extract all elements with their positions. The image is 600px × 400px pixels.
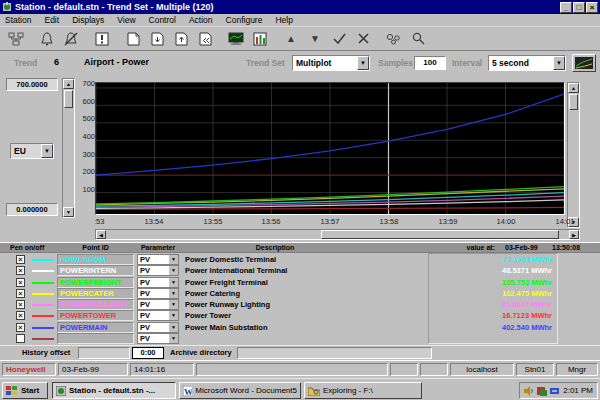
message-summary-icon[interactable] (90, 29, 114, 49)
close-button[interactable]: × (586, 2, 598, 13)
page-up-icon[interactable] (169, 29, 193, 49)
pen-checkbox[interactable]: ✕ (16, 300, 25, 309)
alarm-annunciator-icon[interactable] (35, 29, 59, 49)
parameter-select[interactable]: PV▼ (137, 322, 179, 333)
system-tray: 2:01 PM (519, 382, 598, 399)
point-id-field[interactable]: POWERFREIGHT (57, 277, 134, 288)
interval-value: 5 second (489, 58, 553, 68)
chevron-down-icon[interactable]: ▼ (169, 300, 178, 309)
restore-button[interactable]: □ (573, 2, 585, 13)
parameter-select[interactable]: PV▼ (137, 277, 179, 288)
point-id-field[interactable]: POWERRUNLIGHT (57, 299, 134, 310)
history-row: History offset 0:00 Archive directory (0, 345, 600, 359)
chevron-down-icon[interactable]: ▼ (357, 56, 369, 70)
archive-directory-input[interactable] (237, 347, 432, 359)
parameter-select[interactable]: PV▼ (137, 333, 179, 344)
page-down-icon[interactable] (145, 29, 169, 49)
taskbar-task-word[interactable]: W Microsoft Word - Document5 (179, 382, 301, 399)
alarm-disable-icon[interactable] (59, 29, 83, 49)
trend-icon[interactable] (248, 29, 272, 49)
history-offset-input[interactable] (78, 347, 130, 359)
archive-directory-label: Archive directory (170, 348, 232, 357)
page-blank-icon[interactable] (121, 29, 145, 49)
samples-input[interactable]: 100 (414, 56, 446, 70)
tray-network-icon[interactable] (550, 386, 560, 396)
point-id-field[interactable] (57, 333, 134, 344)
chevron-down-icon[interactable]: ▼ (169, 266, 178, 275)
taskbar-task-station[interactable]: Station - default.stn -... (52, 382, 176, 399)
chevron-down-icon[interactable]: ▼ (41, 144, 53, 158)
accept-icon[interactable] (327, 29, 351, 49)
interval-select[interactable]: 5 second ▼ (488, 55, 566, 71)
pen-checkbox[interactable]: ✕ (16, 289, 25, 298)
parameter-select[interactable]: PV▼ (137, 265, 179, 276)
menu-station[interactable]: Station (5, 15, 31, 25)
taskbar-task-explorer[interactable]: Exploring - F:\ (304, 382, 422, 399)
scrollbar-thumb[interactable] (569, 94, 578, 110)
chevron-down-icon[interactable]: ▼ (169, 255, 178, 264)
chevron-down-icon[interactable]: ▼ (169, 311, 178, 320)
page-repeat-icon[interactable] (193, 29, 217, 49)
plot-hscrollbar[interactable]: ◀ ▶ (95, 229, 580, 240)
scrollbar-thumb[interactable] (64, 90, 73, 108)
station-tree-icon[interactable] (4, 29, 28, 49)
chevron-down-icon[interactable]: ▼ (169, 289, 178, 298)
point-id-field[interactable]: POWERTOWER (57, 310, 134, 321)
pen-checkbox[interactable]: ✕ (16, 255, 25, 264)
menu-edit[interactable]: Edit (44, 15, 59, 25)
menu-control[interactable]: Control (149, 15, 176, 25)
station-application: Station - default.stn - Trend Set - Mult… (0, 0, 600, 400)
tray-status-icon[interactable] (537, 386, 547, 396)
minimize-button[interactable]: _ (560, 2, 572, 13)
trend-set-select[interactable]: Multiplot ▼ (292, 55, 370, 71)
pen-checkbox[interactable]: ✕ (16, 278, 25, 287)
chevron-down-icon[interactable]: ▼ (553, 56, 565, 70)
trend-plot[interactable] (95, 82, 565, 215)
y-tick: 200 (73, 167, 95, 176)
menu-configure[interactable]: Configure (226, 15, 263, 25)
lower-icon[interactable]: ▼ (303, 29, 327, 49)
pen-checkbox[interactable]: ✕ (16, 266, 25, 275)
find-icon[interactable] (382, 29, 406, 49)
zoom-icon[interactable] (406, 29, 430, 49)
pen-sample (32, 315, 54, 317)
windows-logo-icon (6, 385, 18, 396)
chevron-down-icon[interactable]: ▼ (169, 278, 178, 287)
offset-time-field[interactable]: 0:00 (132, 347, 164, 359)
pen-checkbox[interactable] (16, 334, 25, 343)
pen-sample (32, 270, 54, 272)
scroll-right-icon[interactable]: ▶ (569, 230, 579, 239)
raise-icon[interactable]: ▲ (279, 29, 303, 49)
parameter-select[interactable]: PV▼ (137, 299, 179, 310)
point-id-field[interactable]: POWERINTERN (57, 265, 134, 276)
y-tick: 600 (73, 97, 95, 106)
display-icon[interactable] (224, 29, 248, 49)
chevron-down-icon[interactable]: ▼ (169, 323, 178, 332)
table-row: ✕ POWERCATER PV▼ Power Catering 102.475 … (0, 288, 600, 299)
parameter-select[interactable]: PV▼ (137, 254, 179, 265)
trend-display-button[interactable] (572, 54, 596, 72)
scroll-left-icon[interactable]: ◀ (96, 230, 106, 239)
pen-checkbox[interactable]: ✕ (16, 323, 25, 332)
range-max-input[interactable]: 700.0000 (6, 78, 58, 91)
point-id-field[interactable]: POWERDOM (57, 254, 134, 265)
range-min-input[interactable]: 0.000000 (6, 203, 58, 216)
header-value-at: value at: (430, 244, 495, 251)
point-id-field[interactable]: POWERCATER (57, 288, 134, 299)
chevron-down-icon[interactable]: ▼ (169, 334, 178, 343)
menu-help[interactable]: Help (275, 15, 292, 25)
point-id-field[interactable]: POWERMAIN (57, 322, 134, 333)
parameter-select[interactable]: PV▼ (137, 310, 179, 321)
start-button[interactable]: Start (2, 382, 48, 399)
parameter-select[interactable]: PV▼ (137, 288, 179, 299)
plot-vscrollbar[interactable]: ▲ ▼ (567, 82, 580, 228)
menu-displays[interactable]: Displays (72, 15, 104, 25)
pen-checkbox[interactable]: ✕ (16, 311, 25, 320)
scroll-up-icon[interactable]: ▲ (568, 83, 579, 93)
volume-icon[interactable] (524, 386, 534, 396)
cancel-icon[interactable] (351, 29, 375, 49)
menu-action[interactable]: Action (189, 15, 213, 25)
scrollbar-thumb[interactable] (321, 230, 559, 239)
eu-select[interactable]: EU ▼ (10, 143, 54, 159)
menu-view[interactable]: View (117, 15, 135, 25)
